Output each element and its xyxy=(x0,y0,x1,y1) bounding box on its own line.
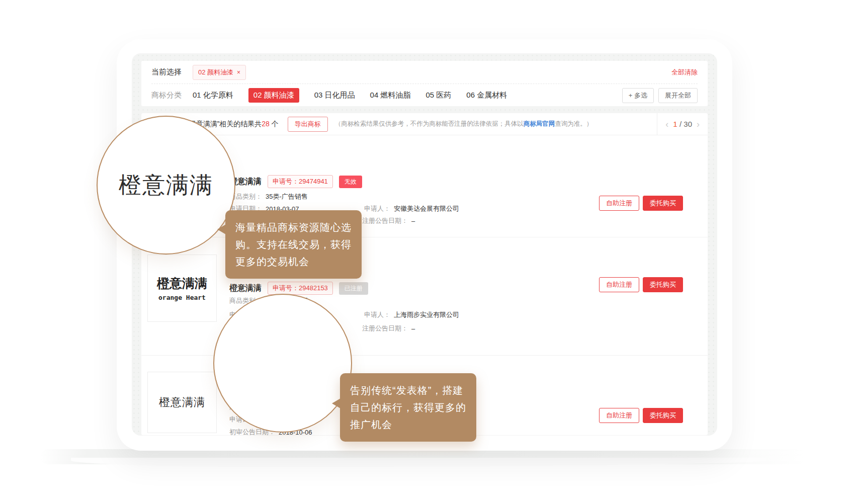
applicant-label: 申请人： xyxy=(364,204,390,213)
row-title-line: 橙意满满 申请号：29482153 已注册 xyxy=(229,282,368,295)
expand-all-button[interactable]: 展开全部 xyxy=(658,88,698,103)
disclaimer-text: （商标检索结果仅供参考，不作为商标能否注册的法律依据；具体以 xyxy=(335,120,524,127)
trademark-office-link[interactable]: 商标局官网 xyxy=(524,120,555,127)
application-number-tag: 申请号：29474941 xyxy=(268,175,333,188)
remove-tag-icon[interactable]: × xyxy=(237,69,240,76)
trademark-thumbnail: 橙意满满 xyxy=(147,372,217,433)
thumbnail-text: 橙意满满 xyxy=(157,275,207,292)
application-number-label: 申请号： xyxy=(273,284,299,292)
application-number-value: 29474941 xyxy=(299,178,328,185)
application-number-tag: 申请号：29482153 xyxy=(268,282,333,295)
selected-filter-tag-text: 02 颜料油漆 xyxy=(198,68,233,77)
page: 当前选择 02 颜料油漆 × 全部清除 商标分类 01 化学原料 02 颜料油漆… xyxy=(0,0,853,504)
prev-page-icon[interactable]: ‹ xyxy=(665,120,668,129)
pagination: ‹ 1 / 30 › xyxy=(657,113,708,135)
tooltip-line: 推广机会 xyxy=(350,416,466,433)
category-row: 商标分类 01 化学原料 02 颜料油漆 03 日化用品 04 燃料油脂 05 … xyxy=(151,84,698,107)
registration-publication-label: 注册公告日期： xyxy=(362,324,408,333)
magnifier-circle-bottom xyxy=(213,294,352,433)
results-summary-unit: 个 xyxy=(270,120,279,128)
category-item-03[interactable]: 03 日化用品 xyxy=(314,91,355,100)
trademark-thumbnail: 橙意满满 orange Heart xyxy=(147,255,217,322)
magnified-trademark-text: 橙意满满 xyxy=(119,170,213,200)
laptop-base-shadow xyxy=(40,449,813,464)
entrust-purchase-button[interactable]: 委托购买 xyxy=(643,196,683,211)
export-trademarks-button[interactable]: 导出商标 xyxy=(288,117,328,132)
registration-publication-label: 注册公告日期： xyxy=(362,216,408,225)
category-item-06[interactable]: 06 金属材料 xyxy=(466,91,507,100)
clear-all-link[interactable]: 全部清除 xyxy=(671,68,698,77)
status-badge-registered: 已注册 xyxy=(339,282,368,295)
results-count: 28 xyxy=(262,120,270,128)
tooltip-line: 告别传统“发表格”，搭建 xyxy=(350,382,466,399)
applicant-value: 安徽美达会展有限公司 xyxy=(394,204,459,213)
disclaimer-text-end: 查询为准。） xyxy=(555,120,592,127)
registration-publication-value: – xyxy=(411,325,415,332)
page-indicator: 1 / 30 xyxy=(673,120,692,129)
tooltip-line: 自己的标行，获得更多的 xyxy=(350,399,466,416)
self-register-button[interactable]: 自助注册 xyxy=(599,408,639,423)
entrust-purchase-button[interactable]: 委托购买 xyxy=(643,277,683,292)
tooltip-line: 海量精品商标资源随心选 xyxy=(235,219,352,236)
tooltip-promotion: 告别传统“发表格”，搭建 自己的标行，获得更多的 推广机会 xyxy=(340,373,476,442)
category-item-05[interactable]: 05 医药 xyxy=(425,91,451,100)
category-item-04[interactable]: 04 燃料油脂 xyxy=(370,91,411,100)
applicant-label: 申请人： xyxy=(364,310,390,319)
total-pages: 30 xyxy=(684,120,692,128)
registration-publication-value: – xyxy=(411,217,415,225)
current-page: 1 xyxy=(673,120,677,128)
magnifier-circle-top: 橙意满满 xyxy=(97,116,235,255)
self-register-button[interactable]: 自助注册 xyxy=(599,196,639,211)
results-header: 为您检索到“橙意满满”相关的结果共28 个 导出商标 （商标检索结果仅供参考，不… xyxy=(141,113,708,135)
category-item-01[interactable]: 01 化学原料 xyxy=(193,91,233,100)
row-title-line: 橙意满满 申请号：29474941 无效 xyxy=(229,175,362,188)
category-label: 商标分类 xyxy=(151,91,182,100)
results-disclaimer: （商标检索结果仅供参考，不作为商标能否注册的法律依据；具体以商标局官网查询为准。… xyxy=(335,120,593,128)
category-actions: + 多选 展开全部 xyxy=(622,88,698,103)
filter-panel: 当前选择 02 颜料油漆 × 全部清除 商标分类 01 化学原料 02 颜料油漆… xyxy=(141,60,708,107)
trademark-name: 橙意满满 xyxy=(229,283,262,294)
category-field-value: 35类-广告销售 xyxy=(266,192,308,201)
category-item-02-active[interactable]: 02 颜料油漆 xyxy=(248,88,299,103)
next-page-icon[interactable]: › xyxy=(697,120,700,129)
application-number-value: 29482153 xyxy=(299,284,328,292)
tooltip-line: 购。支持在线交易，获得 xyxy=(235,236,352,253)
application-number-label: 申请号： xyxy=(273,178,299,185)
entrust-purchase-button[interactable]: 委托购买 xyxy=(643,408,683,423)
selected-filter-tag[interactable]: 02 颜料油漆 × xyxy=(193,65,246,80)
tooltip-marketplace: 海量精品商标资源随心选 购。支持在线交易，获得 更多的交易机会 xyxy=(225,210,362,279)
multi-select-button[interactable]: + 多选 xyxy=(622,88,654,103)
self-register-button[interactable]: 自助注册 xyxy=(599,277,639,292)
current-selection-label: 当前选择 xyxy=(151,67,182,77)
current-selection-row: 当前选择 02 颜料油漆 × 全部清除 xyxy=(151,61,698,83)
thumbnail-subtext: orange Heart xyxy=(158,294,206,301)
category-line: 商品类别： 35类-广告销售 xyxy=(229,192,308,201)
thumbnail-text: 橙意满满 xyxy=(159,395,205,410)
status-badge-invalid: 无效 xyxy=(339,176,362,188)
applicant-value: 上海雨步实业有限公司 xyxy=(394,310,459,319)
tooltip-line: 更多的交易机会 xyxy=(235,253,352,270)
